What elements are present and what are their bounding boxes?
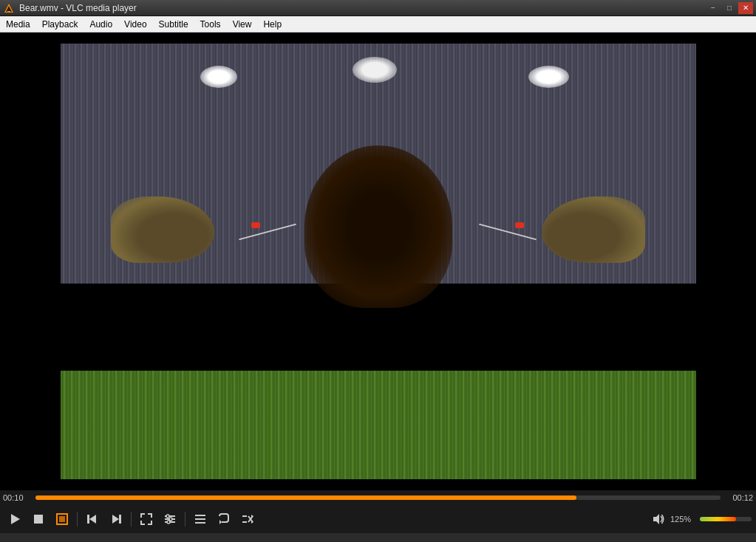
menu-audio[interactable]: Audio (84, 16, 118, 32)
svg-rect-6 (59, 516, 65, 522)
menu-tools[interactable]: Tools (194, 16, 227, 32)
svg-point-16 (167, 521, 170, 524)
red-mark-right (515, 222, 524, 228)
video-frame (61, 44, 696, 479)
window-title: Bear.wmv - VLC media player (19, 3, 137, 13)
video-bg-bottom (61, 371, 696, 480)
menu-playback[interactable]: Playback (36, 16, 84, 32)
vlc-icon (3, 2, 15, 14)
media-info-icon (55, 512, 69, 526)
separator-1 (77, 512, 78, 526)
svg-rect-18 (195, 518, 205, 520)
volume-percent: 125% (670, 515, 697, 524)
stop-button[interactable] (28, 509, 49, 529)
minimize-button[interactable]: − (706, 2, 721, 14)
bird-top-right (528, 66, 569, 88)
svg-marker-20 (219, 520, 222, 524)
separator-3 (185, 512, 185, 526)
svg-rect-2 (7, 11, 10, 13)
bird-top-left (200, 66, 237, 88)
svg-marker-27 (653, 514, 659, 524)
fullscreen-button[interactable] (136, 509, 157, 529)
play-button[interactable] (4, 509, 25, 529)
red-mark-left (251, 222, 260, 228)
play-icon (8, 512, 21, 526)
menu-video[interactable]: Video (118, 16, 152, 32)
extended-button[interactable] (160, 509, 180, 529)
extended-icon (163, 512, 177, 526)
prev-chapter-button[interactable] (82, 509, 103, 529)
playlist-button[interactable] (190, 509, 211, 529)
svg-rect-7 (87, 515, 89, 524)
svg-point-14 (166, 515, 169, 518)
loop-icon (217, 512, 231, 526)
title-bar-left: Bear.wmv - VLC media player (3, 2, 137, 14)
menu-help[interactable]: Help (257, 16, 287, 32)
time-total: 00:12 (725, 493, 753, 502)
svg-marker-3 (11, 514, 20, 524)
close-button[interactable]: ✕ (738, 2, 753, 14)
shuffle-button[interactable] (237, 509, 258, 529)
video-container (0, 32, 756, 490)
loop-button[interactable] (214, 509, 234, 529)
controls-bar: 125% (0, 505, 756, 533)
playlist-icon (194, 512, 207, 526)
menu-bar: Media Playback Audio Video Subtitle Tool… (0, 16, 756, 32)
volume-icon (652, 512, 665, 526)
svg-rect-4 (34, 515, 43, 524)
window-controls: − □ ✕ (706, 2, 753, 14)
svg-rect-19 (195, 522, 205, 524)
next-chapter-button[interactable] (106, 509, 126, 529)
shuffle-icon (241, 512, 254, 526)
svg-marker-8 (89, 515, 96, 524)
volume-area: 125% (650, 510, 752, 528)
svg-marker-10 (112, 515, 119, 524)
time-current: 00:10 (3, 493, 31, 502)
volume-button[interactable] (650, 510, 667, 528)
volume-fill (700, 517, 736, 521)
next-chapter-icon (109, 512, 123, 526)
svg-point-15 (169, 518, 172, 521)
svg-rect-9 (119, 515, 121, 524)
media-info-button[interactable] (52, 509, 72, 529)
menu-subtitle[interactable]: Subtitle (153, 16, 194, 32)
progress-track[interactable] (35, 495, 721, 500)
stop-icon (32, 512, 45, 526)
maximize-button[interactable]: □ (722, 2, 737, 14)
progress-fill (35, 495, 576, 500)
timeline-bar: 00:10 00:12 (0, 490, 756, 505)
separator-2 (131, 512, 132, 526)
svg-rect-17 (195, 515, 205, 516)
menu-media[interactable]: Media (0, 16, 36, 32)
fullscreen-icon (140, 512, 153, 526)
title-bar: Bear.wmv - VLC media player − □ ✕ (0, 0, 756, 16)
volume-slider[interactable] (700, 517, 752, 521)
bear-silhouette (304, 145, 452, 308)
menu-view[interactable]: View (227, 16, 258, 32)
prev-chapter-icon (86, 512, 99, 526)
bird-top-center (353, 57, 397, 83)
